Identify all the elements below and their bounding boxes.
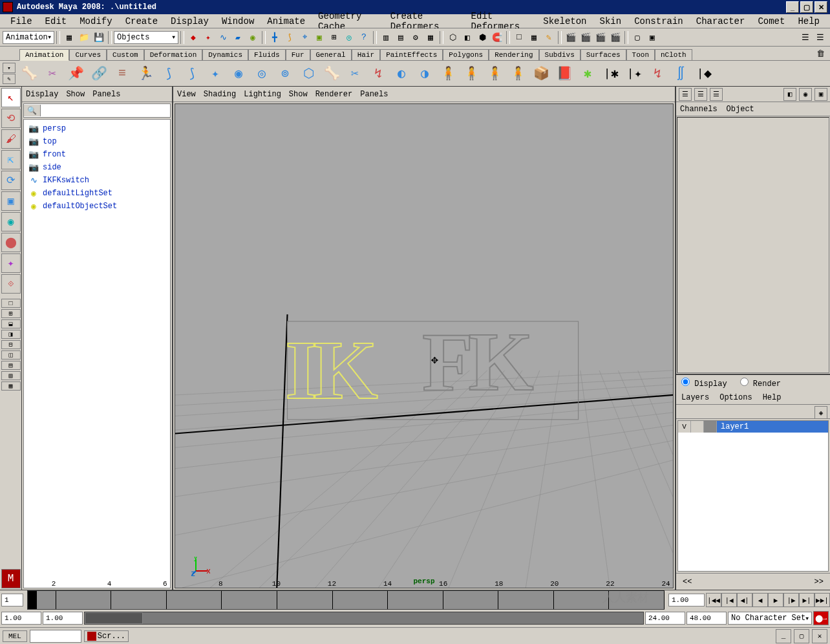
layout-four-pane-icon[interactable]: ⊞ <box>1 309 21 318</box>
shelf-tab-polygons[interactable]: Polygons <box>443 49 489 60</box>
shelf-tab-dynamics[interactable]: Dynamics <box>202 49 248 60</box>
select-by-joint-icon[interactable]: ✦ <box>201 30 215 45</box>
outliner-item-defaultlightset[interactable]: ◉defaultLightSet <box>27 187 167 200</box>
time-current-field[interactable] <box>1 594 23 606</box>
shelf-icon-28[interactable]: ↯ <box>646 63 668 85</box>
select-component-icon[interactable]: ⬢ <box>475 30 489 45</box>
channel-tab-icon-4[interactable]: ◧ <box>783 88 796 101</box>
menu-comet[interactable]: Comet <box>751 15 791 28</box>
shelf-icon-11[interactable]: ◎ <box>251 63 273 85</box>
render-view-icon[interactable]: 🎬 <box>593 30 608 45</box>
shelf-icon-19[interactable]: 🧍 <box>437 63 459 85</box>
layer-menu-help[interactable]: Help <box>763 393 782 402</box>
shelf-icon-16[interactable]: ↯ <box>367 63 389 85</box>
snap-live-icon[interactable]: ◎ <box>342 30 356 45</box>
selection-mask-combo[interactable]: Objects▼ <box>114 31 178 44</box>
outliner-item-ikfkswitch[interactable]: ∿IKFKswitch <box>27 174 167 187</box>
shelf-icon-18[interactable]: ◑ <box>414 63 436 85</box>
layout-three-icon[interactable]: ⊟ <box>1 340 21 349</box>
menu-help[interactable]: Help <box>791 15 826 28</box>
layer-type-toggle[interactable] <box>691 421 704 433</box>
viewport-menu-show[interactable]: Show <box>289 90 308 99</box>
snap-curve-icon[interactable]: ⟆ <box>282 30 297 45</box>
shelf-icon-4[interactable]: 🔗 <box>88 63 110 85</box>
menu-edit[interactable]: Edit <box>39 15 74 28</box>
soft-mod-tool-icon[interactable]: ⬤ <box>1 233 21 252</box>
construction-history-icon[interactable]: ⚙ <box>409 30 423 45</box>
shelf-icon-7[interactable]: ⟆ <box>158 63 180 85</box>
save-scene-icon[interactable]: 💾 <box>92 30 106 45</box>
range-slider[interactable] <box>84 612 644 625</box>
menu-file[interactable]: File <box>4 15 39 28</box>
step-forward-key-button[interactable]: ▶| <box>799 593 814 607</box>
menu-create[interactable]: Create <box>119 15 164 28</box>
snap-point-icon[interactable]: ⌖ <box>297 30 312 45</box>
channel-tab-icon-3[interactable]: ☰ <box>710 88 723 101</box>
menu-modify[interactable]: Modify <box>73 15 118 28</box>
shelf-icon-1[interactable]: 🦴 <box>18 63 40 85</box>
channel-tab-icon-2[interactable]: ☰ <box>694 88 707 101</box>
cmd-restore-icon[interactable]: ▢ <box>794 629 809 643</box>
viewport-menu-panels[interactable]: Panels <box>360 90 388 99</box>
snap-view-icon[interactable]: ⊞ <box>327 30 341 45</box>
viewport-menu-renderer[interactable]: Renderer <box>315 90 353 99</box>
maya-logo-icon[interactable]: M <box>1 569 21 588</box>
go-end-button[interactable]: ▶▶| <box>814 593 830 607</box>
shelf-icon-26[interactable]: ❘✱ <box>600 63 622 85</box>
outliner-menu-panels[interactable]: Panels <box>92 90 120 99</box>
outliner-menu-display[interactable]: Display <box>26 90 58 99</box>
new-scene-icon[interactable]: ▦ <box>62 30 76 45</box>
outliner-item-persp[interactable]: 📷persp <box>27 122 167 135</box>
layer-row-layer1[interactable]: V layer1 <box>678 421 828 433</box>
outliner-search-input[interactable] <box>41 104 170 117</box>
channel-tab-object[interactable]: Object <box>727 105 754 114</box>
cmd-input[interactable] <box>30 630 81 643</box>
outliner-item-side[interactable]: 📷side <box>27 161 167 174</box>
layout-outliner-icon[interactable]: ▤ <box>1 361 21 370</box>
layer-prev-button[interactable]: << <box>683 577 692 586</box>
show-manip-tool-icon[interactable]: ✦ <box>1 253 21 273</box>
maximize-button[interactable]: ▢ <box>800 1 813 13</box>
layer-menu-options[interactable]: Options <box>719 393 752 402</box>
ipr-render-icon[interactable]: 🎬 <box>579 30 593 45</box>
go-start-button[interactable]: |◀◀ <box>706 593 721 607</box>
layer-menu-layers[interactable]: Layers <box>681 393 709 402</box>
shelf-menu-icon[interactable]: ▾ <box>3 63 16 73</box>
range-thumb[interactable] <box>85 612 143 624</box>
outliner-item-front[interactable]: 📷front <box>27 148 167 161</box>
minimize-button[interactable]: _ <box>786 1 799 13</box>
layout-single-pane-icon[interactable]: □ <box>1 299 21 308</box>
shelf-icon-25[interactable]: ✱ <box>577 63 599 85</box>
play-forward-button[interactable]: ▶ <box>768 593 783 607</box>
shelf-icon-27[interactable]: ❘✦ <box>623 63 645 85</box>
snap-plane-icon[interactable]: ▣ <box>312 30 326 45</box>
menu-skeleton[interactable]: Skeleton <box>537 15 593 28</box>
shelf-icon-24[interactable]: 📕 <box>553 63 575 85</box>
outliner-item-defaultobjectset[interactable]: ◉defaultObjectSet <box>27 200 167 213</box>
play-back-button[interactable]: ◀ <box>752 593 768 607</box>
select-by-curve-icon[interactable]: ∿ <box>216 30 230 45</box>
move-tool-icon[interactable]: ⇱ <box>1 150 21 169</box>
channel-tab-icon-1[interactable]: ☰ <box>679 88 692 101</box>
layout-four-icon[interactable]: ▦ <box>527 30 541 45</box>
panel-a-icon[interactable]: ▢ <box>630 30 644 45</box>
viewport-menu-lighting[interactable]: Lighting <box>244 90 281 99</box>
history-input-icon[interactable]: ▥ <box>379 30 393 45</box>
time-slider[interactable] <box>27 590 665 610</box>
channel-box-body[interactable] <box>677 117 829 373</box>
channel-box-toggle-icon[interactable]: ☰ <box>798 30 813 45</box>
cmd-min-icon[interactable]: _ <box>776 629 791 643</box>
outliner-list[interactable]: 📷persp 📷top 📷front 📷side ∿IKFKswitch ◉de… <box>23 119 171 588</box>
workspace-mode-combo[interactable]: Animation▼ <box>3 31 54 44</box>
menu-skin[interactable]: Skin <box>593 15 628 28</box>
shelf-tab-toon[interactable]: Toon <box>626 49 655 60</box>
shelf-icon-5[interactable]: ≡ <box>111 63 133 85</box>
magnet-icon[interactable]: 🧲 <box>490 30 504 45</box>
help-icon[interactable]: ? <box>357 30 371 45</box>
shelf-tab-painteffects[interactable]: PaintEffects <box>380 49 443 60</box>
character-set-combo[interactable]: No Character Set▼ <box>728 612 812 625</box>
select-object-icon[interactable]: ◧ <box>460 30 474 45</box>
history-output-icon[interactable]: ▤ <box>394 30 408 45</box>
task-item[interactable]: Scr... <box>84 630 129 642</box>
close-button[interactable]: ✕ <box>814 1 827 13</box>
